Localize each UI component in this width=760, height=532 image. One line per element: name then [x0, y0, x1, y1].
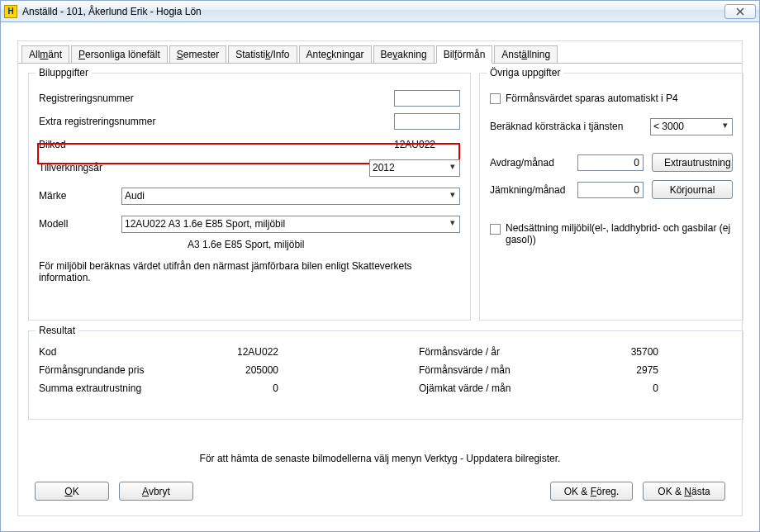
summa-value: 0: [212, 382, 287, 394]
kod-label: Kod: [39, 346, 212, 358]
tab-5[interactable]: Bevakning: [373, 45, 435, 64]
tab-7[interactable]: Anställning: [494, 45, 558, 64]
close-button[interactable]: [724, 4, 756, 19]
pris-value: 205000: [212, 364, 287, 376]
tab-2[interactable]: Semester: [169, 45, 226, 64]
ovriga-legend: Övriga uppgifter: [487, 67, 563, 78]
fv-man-value: 2975: [592, 364, 667, 376]
extra-regnr-label: Extra registreringsnummer: [39, 116, 179, 127]
tab-6[interactable]: Bilförmån: [436, 45, 493, 64]
ok-next-button[interactable]: OK & Nästa: [643, 482, 725, 501]
modell-subtext: A3 1.6e E85 Sport, miljöbil: [188, 239, 304, 250]
marke-select[interactable]: Audi: [121, 188, 460, 205]
ok-button[interactable]: OK: [35, 482, 109, 501]
nedsattning-label: Nedsättning miljöbil(el-, laddhybrid- oc…: [506, 222, 733, 245]
fv-ar-value: 35700: [592, 346, 667, 358]
footer-note: För att hämta de senaste bilmodellerna v…: [18, 453, 742, 464]
bilkod-value: 12AU022: [394, 139, 460, 150]
avdrag-input[interactable]: [577, 154, 644, 171]
tab-0[interactable]: Allmänt: [21, 45, 69, 64]
bilforman-panel: Biluppgifter Registreringsnummer Extra r…: [28, 66, 732, 466]
year-select[interactable]: 2012: [369, 159, 460, 177]
year-label: Tillverkningsår: [39, 162, 179, 173]
marke-label: Märke: [39, 190, 121, 202]
cancel-button[interactable]: Avbryt: [119, 482, 193, 501]
biluppgifter-legend: Biluppgifter: [36, 67, 92, 78]
p4-label: Förmånsvärdet sparas automatiskt i P4: [506, 93, 678, 104]
app-icon: H: [4, 5, 17, 18]
tab-3[interactable]: Statistik/Info: [228, 45, 297, 64]
modell-select[interactable]: 12AU022 A3 1.6e E85 Sport, miljöbil: [121, 216, 460, 233]
regnr-label: Registreringsnummer: [39, 93, 179, 104]
korstracka-label: Beräknad körsträcka i tjänsten: [490, 121, 650, 132]
summa-label: Summa extrautrustning: [39, 382, 212, 394]
nedsattning-checkbox[interactable]: [490, 224, 501, 235]
employee-dialog: H Anställd - 101, Åkerlund Erik - Hogia …: [0, 0, 760, 532]
oj-label: Ojämkat värde / mån: [419, 382, 592, 394]
resultat-legend: Resultat: [36, 325, 78, 336]
miljobil-info: För miljöbil beräknas värdet utifrån den…: [39, 260, 427, 283]
ovriga-group: Övriga uppgifter Förmånsvärdet sparas au…: [479, 73, 743, 321]
dialog-body: AllmäntPersonliga lönefältSemesterStatis…: [17, 40, 743, 516]
korjournal-button[interactable]: Körjournal: [652, 180, 733, 199]
tab-1[interactable]: Personliga lönefält: [71, 45, 168, 64]
jamkning-input[interactable]: [577, 182, 644, 198]
fv-ar-label: Förmånsvärde / år: [419, 346, 592, 358]
extrautrustning-button[interactable]: Extrautrustning: [652, 153, 733, 172]
jamkning-label: Jämkning/månad: [490, 184, 569, 196]
pris-label: Förmånsgrundande pris: [39, 364, 212, 376]
ok-prev-button[interactable]: OK & Föreg.: [550, 482, 633, 501]
korstracka-select[interactable]: < 3000: [650, 118, 733, 135]
dialog-button-row: OK Avbryt OK & Föreg. OK & Nästa: [35, 482, 725, 501]
regnr-input[interactable]: [394, 90, 460, 107]
biluppgifter-group: Biluppgifter Registreringsnummer Extra r…: [28, 73, 471, 321]
oj-value: 0: [592, 382, 667, 394]
bilkod-label: Bilkod: [39, 139, 179, 150]
extra-regnr-input[interactable]: [394, 113, 460, 130]
close-icon: [735, 7, 745, 16]
fv-man-label: Förmånsvärde / mån: [419, 364, 592, 376]
titlebar: H Anställd - 101, Åkerlund Erik - Hogia …: [1, 1, 759, 22]
avdrag-label: Avdrag/månad: [490, 157, 569, 169]
modell-label: Modell: [39, 218, 121, 230]
resultat-group: Resultat Kod 12AU022 Förmånsvärde / år 3…: [28, 330, 743, 420]
kod-value: 12AU022: [212, 346, 287, 358]
p4-checkbox[interactable]: [490, 93, 501, 104]
window-title: Anställd - 101, Åkerlund Erik - Hogia Lö…: [22, 6, 722, 17]
tab-4[interactable]: Anteckningar: [299, 45, 372, 64]
tab-bar: AllmäntPersonliga lönefältSemesterStatis…: [18, 41, 742, 64]
